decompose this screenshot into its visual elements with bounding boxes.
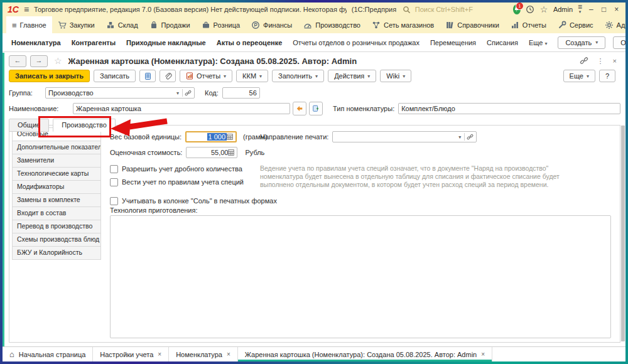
close-tab-icon[interactable]: × — [158, 351, 161, 358]
tab-proizvodstvo[interactable]: Производство — [53, 119, 116, 132]
global-search[interactable]: Поиск Ctrl+Shift+F — [401, 4, 508, 15]
notifications-bell-icon[interactable]: 1 — [513, 4, 521, 14]
ribbon-item-proizvodstvo[interactable]: Производство — [298, 16, 366, 33]
section-item-shemy-proizvodstva[interactable]: Схемы производства блюд — [12, 233, 101, 247]
actions-menu-button[interactable]: Действия▾ — [328, 70, 376, 82]
cost-field[interactable]: 55,00 — [186, 147, 237, 158]
open-link-icon[interactable] — [467, 134, 474, 141]
type-field[interactable]: Комплект/Блюдо — [398, 103, 620, 114]
close-document-icon[interactable]: × — [613, 57, 617, 65]
ribbon-item-label: Продажи — [161, 21, 190, 29]
nav-link-otchety-otdelov[interactable]: Отчеты отделов о розничных продажах — [293, 39, 420, 46]
document-header-actions: ⋮ × — [580, 56, 617, 65]
tech-textarea[interactable] — [110, 215, 611, 338]
code-field[interactable]: 56 — [222, 87, 260, 99]
ribbon: ≡ Главное Закупки Склад Продажи Розница … — [3, 16, 625, 33]
salt-checkbox-row: Учитывать в колонке "Соль" в печатных фо… — [110, 196, 277, 206]
ribbon-item-sklad[interactable]: Склад — [100, 16, 144, 33]
back-button[interactable]: ← — [9, 55, 26, 67]
chevron-down-icon[interactable]: ▾ — [176, 90, 179, 96]
taskbar-tab-zharennaya-kartoshka[interactable]: Жаренная картошка (Номенклатура): Создан… — [238, 347, 492, 361]
favorites-star-icon[interactable]: ☆ — [539, 4, 548, 15]
save-and-close-button[interactable]: Записать и закрыть — [9, 70, 90, 82]
nav-link-nomenklatura[interactable]: Номенклатура — [11, 39, 61, 46]
search-placeholder: Поиск Ctrl+Shift+F — [415, 6, 473, 13]
section-item-perevod-v-proizvodstvo[interactable]: Перевод в производство — [12, 220, 101, 233]
section-item-tehkarty[interactable]: Технологические карты — [12, 167, 101, 181]
vertical-scrollbar[interactable] — [621, 126, 625, 341]
nav-link-peremeshcheniya[interactable]: Перемещения — [430, 39, 476, 46]
ribbon-item-spravochniki[interactable]: Справочники — [440, 16, 505, 33]
spices-checkbox-row: Вести учет по правилам учета специй — [110, 177, 244, 187]
section-item-zameny-v-komplekte[interactable]: Замены в комплекте — [12, 193, 101, 207]
ribbon-item-label: Администрирование — [617, 21, 625, 29]
save-button[interactable]: Записать — [94, 70, 136, 82]
section-item-zameniteli[interactable]: Заменители — [12, 154, 101, 168]
close-tab-icon[interactable]: × — [481, 351, 485, 358]
ribbon-item-prodazhi[interactable]: Продажи — [144, 16, 196, 33]
ribbon-item-label: Розница — [214, 21, 241, 29]
section-item-modifikatory[interactable]: Модификаторы — [12, 180, 101, 194]
kkm-menu-button[interactable]: ККМ▾ — [236, 70, 268, 82]
reports-menu-button[interactable]: Отчеты▾ — [180, 70, 232, 82]
print-direction-field[interactable]: ▾ — [332, 131, 477, 142]
forward-button[interactable]: → — [30, 55, 48, 67]
maximize-button[interactable]: □ — [600, 5, 607, 14]
fill-menu-button[interactable]: Заполнить▾ — [272, 70, 324, 82]
ribbon-item-administrirovanie[interactable]: Администрирование — [599, 16, 625, 33]
name-field[interactable]: Жаренная картошка — [73, 103, 290, 114]
name-label: Наименование: — [9, 105, 69, 112]
main-menu-icon[interactable]: ≡ — [24, 4, 29, 14]
nav-link-prihodnye-nakladnye[interactable]: Приходные накладные — [126, 39, 206, 46]
ribbon-item-servis[interactable]: Сервис — [552, 16, 599, 33]
reports-nav-button[interactable]: Отчеты▾ — [613, 36, 625, 49]
search-icon — [401, 4, 413, 15]
taskbar-tab-home[interactable]: ⌂ Начальная страница — [3, 347, 93, 361]
more-dots-icon[interactable]: ⋮ — [597, 57, 604, 65]
copy-document-button[interactable] — [309, 102, 323, 115]
taskbar-tab-nastroyki-ucheta[interactable]: Настройки учета × — [93, 347, 169, 361]
ribbon-item-zakupki[interactable]: Закупки — [52, 16, 100, 33]
minimize-button[interactable]: – — [587, 5, 595, 14]
calculator-icon[interactable] — [228, 149, 234, 156]
tab-obshchie[interactable]: Общие — [9, 119, 49, 132]
history-icon[interactable] — [526, 4, 534, 15]
user-name[interactable]: Admin — [553, 6, 573, 13]
user-menu-icon[interactable]: ≡ ▾ — [578, 5, 582, 14]
fraction-checkbox[interactable] — [110, 165, 118, 173]
weight-field[interactable]: 1 000 — [185, 131, 237, 142]
card-view-button[interactable] — [139, 70, 156, 82]
nav-link-akty-o-pereocenke[interactable]: Акты о переоценке — [217, 39, 283, 46]
get-link-icon[interactable] — [580, 56, 588, 65]
section-item-vhodit-v-sostav[interactable]: Входит в состав — [12, 206, 101, 220]
attachments-paperclip-button[interactable] — [160, 70, 176, 82]
type-label: Тип номенклатуры: — [333, 105, 394, 112]
section-item-dop-pokazateli[interactable]: Дополнительные показатели — [12, 141, 101, 154]
section-item-bzhu[interactable]: БЖУ и Калорийность — [12, 246, 101, 260]
ribbon-item-roznica[interactable]: Розница — [196, 16, 246, 33]
boxes-icon — [106, 21, 115, 29]
nav-more-button[interactable]: Еще ▾ — [529, 39, 547, 46]
help-button[interactable]: ? — [599, 70, 615, 82]
move-left-arrow-button[interactable] — [293, 102, 306, 115]
nav-link-kontragenty[interactable]: Контрагенты — [72, 39, 116, 46]
close-window-button[interactable]: × — [613, 5, 620, 14]
salt-checkbox[interactable] — [110, 197, 118, 205]
group-field[interactable]: Производство ▾ — [45, 87, 195, 99]
ribbon-item-label: Сервис — [570, 21, 593, 29]
create-button[interactable]: Создать▾ — [558, 36, 605, 49]
taskbar-tab-nomenklatura[interactable]: Номенклатура × — [169, 347, 238, 361]
close-tab-icon[interactable]: × — [227, 351, 230, 358]
spices-checkbox[interactable] — [110, 178, 118, 186]
calculator-icon[interactable] — [227, 134, 233, 140]
wiki-menu-button[interactable]: Wiki▾ — [380, 70, 411, 82]
ribbon-item-otchety[interactable]: Отчеты — [505, 16, 552, 33]
more-menu-button[interactable]: Еще▾ — [563, 70, 595, 82]
ribbon-item-set-magazinov[interactable]: Сеть магазинов — [366, 16, 440, 33]
open-link-icon[interactable] — [185, 90, 192, 97]
ribbon-item-finansy[interactable]: Финансы — [246, 16, 298, 33]
favorite-star-icon[interactable]: ☆ — [54, 56, 62, 66]
ribbon-item-glavnoe[interactable]: ≡ Главное — [6, 16, 52, 33]
chevron-down-icon[interactable]: ▾ — [458, 134, 461, 140]
nav-link-spisaniya[interactable]: Списания — [487, 39, 518, 46]
